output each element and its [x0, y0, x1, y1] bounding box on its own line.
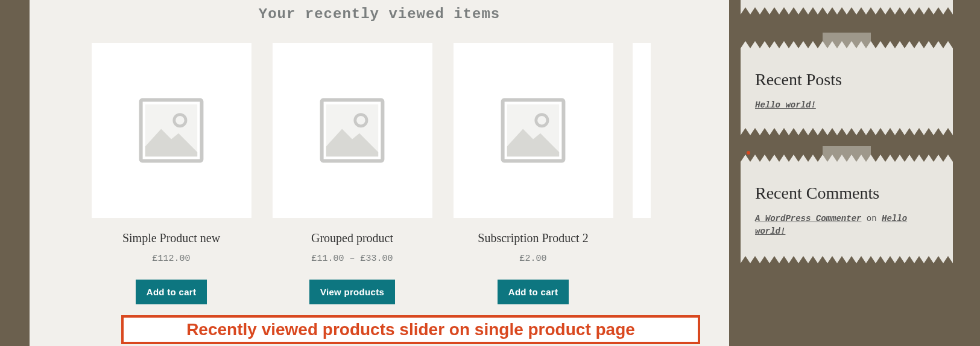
sidebar: Recent Posts Hello world! Recent Comment… [741, 0, 953, 283]
product-card[interactable]: Subscription Product 2 £2.00 Add to cart [452, 43, 615, 304]
on-text: on [861, 214, 882, 223]
product-price: £2.00 [452, 254, 615, 264]
section-title: Your recently viewed items [30, 6, 729, 22]
recent-comment-item: A WordPress Commenter on Hello world! [755, 213, 938, 238]
placeholder-image-icon [316, 94, 388, 167]
widget-heading: Recent Comments [755, 184, 938, 203]
widget-heading: Recent Posts [755, 70, 938, 89]
product-image-placeholder[interactable] [92, 43, 251, 218]
view-products-button[interactable]: View products [309, 280, 395, 304]
pin-decoration-icon [747, 151, 750, 155]
product-image-placeholder[interactable] [454, 43, 613, 218]
product-card[interactable]: Grouped product £11.00 – £33.00 View pro… [271, 43, 434, 304]
product-price: £112.00 [90, 254, 253, 264]
products-slider[interactable]: Simple Product new £112.00 Add to cart G… [30, 43, 729, 304]
widget-stub-top [741, 0, 953, 7]
placeholder-image-icon [497, 94, 569, 167]
annotation-text: Recently viewed products slider on singl… [124, 320, 698, 339]
product-card-partial[interactable] [633, 43, 651, 304]
placeholder-image-icon [135, 94, 207, 167]
zigzag-divider-icon [741, 7, 953, 14]
product-title[interactable]: Simple Product new [90, 231, 253, 245]
zigzag-divider-icon [741, 256, 953, 263]
product-image-placeholder[interactable] [273, 43, 432, 218]
product-image-placeholder[interactable] [633, 43, 651, 218]
main-content: Your recently viewed items Simple Produc… [30, 0, 729, 346]
add-to-cart-button[interactable]: Add to cart [498, 280, 569, 304]
comment-author-link[interactable]: A WordPress Commenter [755, 214, 861, 223]
widget-recent-comments: Recent Comments A WordPress Commenter on… [741, 155, 953, 263]
recent-post-link[interactable]: Hello world! [755, 100, 816, 110]
add-to-cart-button[interactable]: Add to cart [136, 280, 207, 304]
annotation-box: Recently viewed products slider on singl… [121, 315, 700, 344]
product-title[interactable]: Subscription Product 2 [452, 231, 615, 245]
widget-recent-posts: Recent Posts Hello world! [741, 41, 953, 135]
product-title[interactable]: Grouped product [271, 231, 434, 245]
zigzag-divider-icon [741, 155, 953, 162]
zigzag-divider-icon [741, 41, 953, 48]
zigzag-divider-icon [741, 128, 953, 135]
product-price: £11.00 – £33.00 [271, 254, 434, 264]
product-card[interactable]: Simple Product new £112.00 Add to cart [90, 43, 253, 304]
